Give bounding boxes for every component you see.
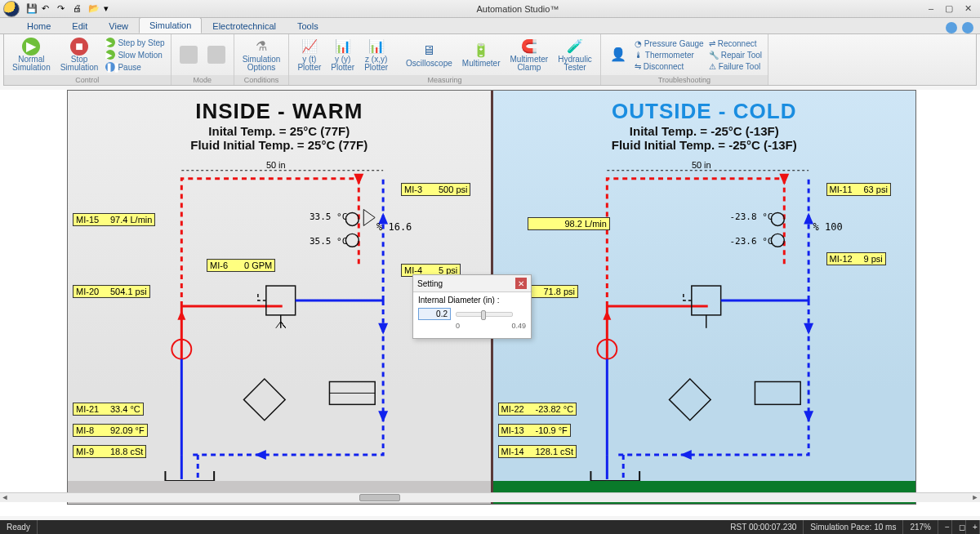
setting-close-button[interactable]: ✕ [515,278,527,289]
warm-pct: % 16.6 [376,221,412,233]
svg-marker-11 [363,210,375,226]
redo-icon[interactable]: ↷ [57,3,69,15]
svg-marker-0 [354,174,363,185]
svg-point-1 [172,340,191,359]
svg-point-10 [345,213,359,226]
pressure-gauge-button[interactable]: ◔Pressure Gauge [634,38,705,49]
close-button[interactable]: ✕ [964,3,972,14]
svg-rect-3 [266,286,296,315]
tag-mi22[interactable]: MI-22-23.82 °C [498,403,577,416]
svg-rect-23 [755,382,800,405]
warm-t1: 33.5 °C [310,211,347,222]
scroll-thumb[interactable] [359,494,400,501]
svg-marker-5 [378,323,388,335]
mode-btn-1[interactable] [176,44,201,65]
tab-simulation[interactable]: Simulation [139,17,202,33]
cold-pct: % 100 [813,221,843,233]
scroll-left-icon[interactable]: ◄ [0,493,10,503]
diameter-slider[interactable] [456,312,513,317]
failure-tool-button[interactable]: ⚠Failure Tool [708,61,763,72]
repair-tool-button[interactable]: 🔧Repair Tool [708,50,763,60]
svg-marker-14 [779,174,789,185]
tag-mi13[interactable]: MI-13-10.9 °F [498,424,571,437]
tag-mi9[interactable]: MI-918.8 cSt [73,445,146,458]
tag-cold-rate[interactable]: 98.2 L/min [528,217,610,230]
warm-title: INSIDE - WARM [68,99,491,124]
reconnect-button[interactable]: ⇌Reconnect [708,38,763,49]
ribbon-group-troubleshooting: 👤 ◔Pressure Gauge 🌡Thermometer ⇋Disconne… [601,34,768,85]
ribbon-group-control: ▶Normal Simulation ■Stop Simulation ▶Ste… [4,34,172,85]
panel-cold: OUTSIDE - COLD Inital Temp. = -25°C (-13… [493,91,916,504]
hydraulic-tester-button[interactable]: 🧪Hydraulic Tester [555,36,595,73]
title-bar: 💾 ↶ ↷ 🖨 📂 ▾ Automation Studio™ – ▢ ✕ [0,0,980,18]
tag-mi11[interactable]: MI-1163 psi [826,183,891,196]
print-icon[interactable]: 🖨 [73,3,84,15]
zoom-out-button[interactable]: − [938,520,952,534]
tab-edit[interactable]: Edit [61,18,98,33]
app-title: Automation Studio™ [115,4,920,14]
save-icon[interactable]: 💾 [26,3,38,15]
yy-plotter-button[interactable]: 📊y (y) Plotter [327,36,358,73]
normal-sim-button[interactable]: ▶Normal Simulation [9,36,54,73]
tab-view[interactable]: View [98,18,139,33]
yt-plotter-button[interactable]: 📈y (t) Plotter [294,36,324,73]
cold-t1: -23.8 °C [730,211,773,222]
status-pace: Simulation Pace: 10 ms [804,520,903,534]
tag-mi8[interactable]: MI-892.09 °F [73,424,148,437]
workspace[interactable]: INSIDE - WARM Inital Temp. = 25°C (77F) … [0,90,980,516]
tab-home[interactable]: Home [16,18,61,33]
cold-sub1: Inital Temp. = -25°C (-13F) [493,124,916,138]
svg-marker-19 [804,323,813,335]
disconnect-button[interactable]: ⇋Disconnect [634,61,705,72]
open-icon[interactable]: 📂 [88,3,100,15]
scroll-right-icon[interactable]: ► [970,493,980,503]
sim-options-button[interactable]: ⚗Simulation Options [239,36,284,73]
step-button[interactable]: ▶Step by Step [105,37,165,48]
zxy-plotter-button[interactable]: 📊z (x,y) Plotter [361,36,391,73]
ribbon-group-mode: Mode [172,34,234,85]
setting-title: Setting [417,279,443,288]
tag-mi20[interactable]: MI-20504.1 psi [73,285,150,298]
tag-mi12[interactable]: MI-129 psi [826,252,886,265]
help-icon[interactable] [946,22,957,33]
setting-field-label: Internal Diameter (in) : [418,296,526,305]
oscilloscope-button[interactable]: 🖥Oscilloscope [403,40,456,69]
minimize-button[interactable]: – [929,3,933,14]
svg-marker-20 [804,411,813,422]
trouble-person-icon[interactable]: 👤 [606,44,630,65]
undo-icon[interactable]: ↶ [42,3,53,15]
svg-point-15 [597,340,617,359]
svg-marker-21 [679,450,691,460]
horizontal-scrollbar[interactable]: ◄ ► [0,492,980,502]
svg-text:50 in: 50 in [691,160,710,170]
slow-button[interactable]: ▶Slow Motion [105,49,165,60]
warm-sub1: Inital Temp. = 25°C (77F) [68,124,491,138]
mode-btn-2[interactable] [204,44,229,65]
svg-text:50 in: 50 in [266,160,286,170]
tab-electro[interactable]: Electrotechnical [202,18,287,33]
status-zoom: 217% [903,520,938,534]
tag-mi21[interactable]: MI-2133.4 °C [73,403,144,416]
tag-mi15[interactable]: MI-1597.4 L/min [73,213,155,226]
zoom-reset-button[interactable]: ◻ [952,520,966,534]
tag-mi14[interactable]: MI-14128.1 cSt [498,445,577,458]
stop-sim-button[interactable]: ■Stop Simulation [57,36,102,73]
tag-mi3[interactable]: MI-3500 psi [401,183,470,196]
cold-title: OUTSIDE - COLD [493,99,916,124]
more-icon[interactable]: ▾ [104,3,115,15]
tab-tools[interactable]: Tools [287,18,329,33]
ribbon-group-measuring: 📈y (t) Plotter 📊y (y) Plotter 📊z (x,y) P… [289,34,600,85]
thermometer-button[interactable]: 🌡Thermometer [634,50,705,60]
pause-button[interactable]: ❚❚Pause [105,61,165,73]
tag-mi6[interactable]: MI-60 GPM [207,259,275,272]
multimeter-button[interactable]: 🔋Multimeter [459,40,504,69]
diameter-input[interactable] [418,308,451,320]
multimeter-clamp-button[interactable]: 🧲Multimeter Clamp [506,36,551,73]
maximize-button[interactable]: ▢ [945,3,953,14]
setting-popup[interactable]: Setting✕ Internal Diameter (in) : 00.49 [412,274,532,339]
ribbon-toggle-icon[interactable] [962,22,973,33]
ribbon-tabs: Home Edit View Simulation Electrotechnic… [0,18,980,34]
zoom-in-button[interactable]: + [966,520,980,534]
svg-marker-16 [603,310,611,320]
svg-marker-6 [378,411,388,422]
